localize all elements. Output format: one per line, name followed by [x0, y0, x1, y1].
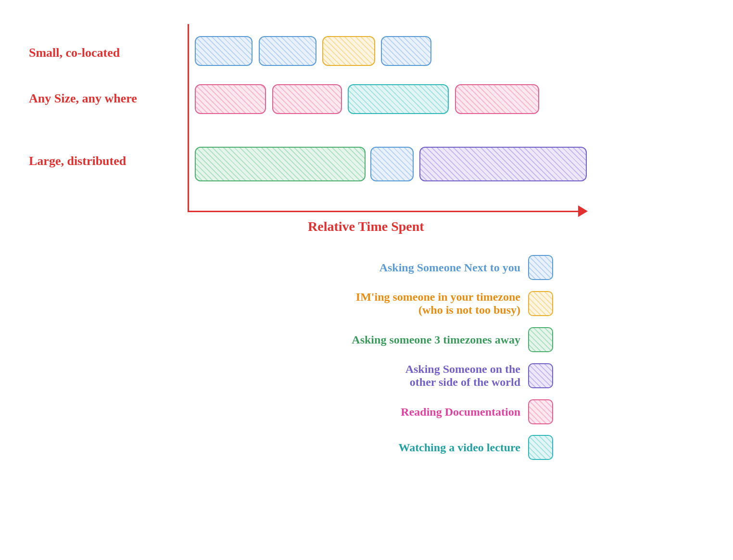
y-axis [188, 24, 189, 212]
legend-area: Asking Someone Next to you IM'ing someon… [48, 255, 673, 471]
legend-label-other-side: Asking Someone on theother side of the w… [405, 363, 520, 389]
legend-label-video: Watching a video lecture [398, 441, 520, 454]
chart-area: Small, co-located Any Size, any where La… [19, 14, 596, 241]
bar-any-3 [348, 84, 449, 114]
x-axis-arrow [578, 205, 588, 217]
legend-item-iming: IM'ing someone in your timezone(who is n… [356, 291, 553, 317]
legend-label-3tz: Asking someone 3 timezones away [352, 333, 520, 346]
label-any: Any Size, any where [29, 91, 137, 106]
bar-any-2 [272, 84, 342, 114]
bar-any-4 [455, 84, 539, 114]
legend-box-3tz [528, 327, 553, 352]
bar-small-3 [322, 36, 375, 66]
bar-large-2 [370, 147, 414, 181]
legend-item-video: Watching a video lecture [398, 435, 553, 460]
bar-large-1 [195, 147, 366, 181]
legend-label-reading: Reading Documentation [401, 406, 520, 419]
legend-label-iming: IM'ing someone in your timezone(who is n… [356, 291, 520, 317]
legend-box-reading [528, 399, 553, 424]
legend-item-asking-next: Asking Someone Next to you [379, 255, 553, 280]
x-axis [188, 211, 582, 212]
legend-box-other-side [528, 363, 553, 388]
legend-item-reading: Reading Documentation [401, 399, 553, 424]
bar-large-3 [419, 147, 587, 181]
x-axis-label: Relative Time Spent [308, 219, 424, 234]
legend-label-asking-next: Asking Someone Next to you [379, 261, 520, 274]
legend-item-3tz: Asking someone 3 timezones away [352, 327, 553, 352]
legend-box-video [528, 435, 553, 460]
legend-box-asking-next [528, 255, 553, 280]
bar-small-2 [259, 36, 316, 66]
legend-list: Asking Someone Next to you IM'ing someon… [168, 255, 553, 471]
bar-small-4 [381, 36, 431, 66]
label-large: Large, distributed [29, 154, 126, 168]
legend-box-iming [528, 291, 553, 316]
bar-any-1 [195, 84, 266, 114]
legend-item-other-side: Asking Someone on theother side of the w… [405, 363, 553, 389]
bar-small-1 [195, 36, 253, 66]
label-small: Small, co-located [29, 46, 120, 60]
